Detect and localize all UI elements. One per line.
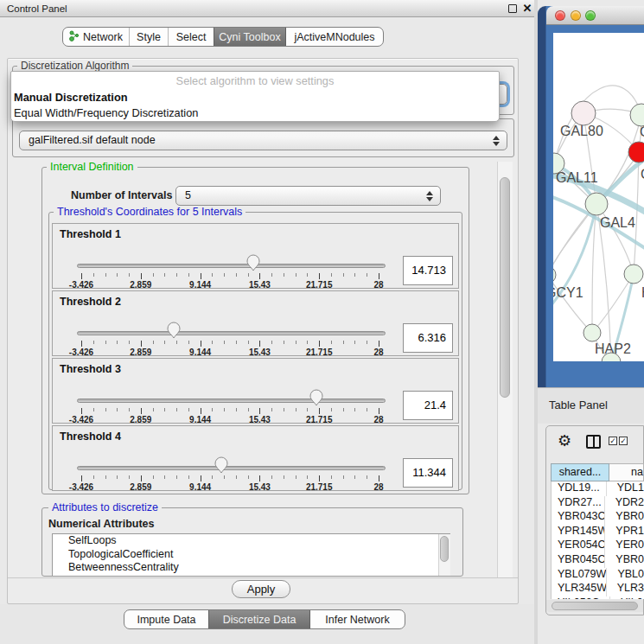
attribute-list-item[interactable]: BetweennessCentrality [53, 561, 450, 575]
slider-minor-tick [188, 273, 189, 277]
mac-zoom-icon[interactable] [585, 10, 596, 21]
table-row[interactable]: YER054CYER0 [552, 539, 644, 553]
slider-track[interactable] [77, 264, 386, 268]
tab-cyni-toolbox[interactable]: Cyni Toolbox [214, 28, 285, 46]
slider-thumb[interactable] [167, 322, 181, 339]
slider-thumb[interactable] [246, 254, 260, 271]
slider-tick-label: 9.144 [182, 348, 220, 357]
network-edge[interactable] [553, 275, 592, 333]
table-row[interactable]: YDL19...YDL1 [552, 481, 644, 496]
column-header-shared[interactable]: shared... [551, 463, 609, 481]
table-body[interactable]: YDL19...YDL1YDR27...YDR2YBR043CYBR0YPR14… [551, 481, 644, 599]
numerical-attributes-list[interactable]: SelfLoopsTopologicalCoefficientBetweenne… [52, 533, 450, 577]
table-row[interactable]: YBL079WYBL0 [552, 568, 644, 583]
slider-major-tick [141, 341, 142, 347]
threshold-value-field[interactable]: 14.713 [403, 256, 453, 285]
mac-close-icon[interactable] [555, 10, 565, 21]
slider-tick-label: 28 [360, 280, 398, 290]
tab-label: Discretize Data [223, 614, 296, 626]
panel-scrollbar-thumb[interactable] [500, 177, 510, 398]
table-row[interactable]: YPR145WYPR1 [552, 525, 644, 539]
table-row[interactable]: YIL052CYIL0 [552, 596, 644, 599]
slider-minor-tick [236, 475, 237, 479]
table-hscrollbar-thumb[interactable] [552, 602, 638, 610]
slider-track[interactable] [77, 466, 386, 470]
gear-icon[interactable]: ⚙ [558, 432, 571, 450]
slider-tick-label: 15.43 [240, 482, 278, 492]
slider-minor-tick [117, 273, 118, 277]
tab-select[interactable]: Select [168, 28, 214, 46]
network-node[interactable] [585, 193, 608, 215]
split-columns-icon[interactable] [586, 435, 601, 449]
network-canvas[interactable]: GAL80GACGAL11GAL4GCY1HHAP2 [553, 33, 644, 361]
tab-style[interactable]: Style [129, 28, 168, 46]
dropdown-placeholder-item[interactable]: Select algorithm to view settings [11, 73, 499, 90]
slider-major-tick [379, 408, 379, 414]
slider-minor-tick [153, 475, 154, 479]
slider-major-tick [81, 273, 82, 279]
slider-track[interactable] [77, 331, 386, 335]
dropdown-option[interactable]: Manual Discretization [11, 90, 499, 106]
number-of-intervals-combobox[interactable]: 5 [175, 186, 441, 206]
threshold-row: Threshold 3-3.4262.8599.14415.4321.71528… [52, 358, 459, 424]
checkbox-icon[interactable]: ✓ [619, 437, 628, 445]
slider-thumb[interactable] [214, 456, 228, 474]
slider-track[interactable] [77, 399, 386, 403]
slider-thumb[interactable] [309, 389, 323, 406]
mac-minimize-icon[interactable] [571, 10, 581, 21]
table-row[interactable]: YLR345WYLR3 [552, 582, 644, 596]
network-window-titlebar[interactable] [546, 6, 644, 25]
table-row[interactable]: YBR043CYBR0 [552, 510, 644, 525]
attribute-list-item[interactable]: TopologicalCoefficient [53, 548, 450, 562]
attributes-scrollbar-thumb[interactable] [440, 536, 449, 562]
slider-minor-tick [105, 273, 106, 277]
slider-tick-label: 9.144 [182, 482, 220, 492]
network-node[interactable] [630, 104, 644, 126]
close-icon[interactable]: ✕ [520, 0, 534, 16]
threshold-value-field[interactable]: 21.4 [403, 391, 453, 420]
network-node-label: GAL11 [556, 170, 598, 185]
network-node-label: GAL80 [560, 124, 603, 138]
slider-tick-label: 28 [360, 415, 398, 424]
slider-tick-label: 9.144 [182, 280, 220, 290]
slider-minor-tick [354, 273, 355, 277]
threshold-value-field[interactable]: 6.316 [403, 323, 453, 353]
table-data-combobox[interactable]: galFiltered.sif default node [19, 131, 507, 150]
apply-button[interactable]: Apply [232, 580, 290, 598]
dropdown-option[interactable]: Equal Width/Frequency Discretization [11, 105, 499, 122]
tab-infer-network[interactable]: Infer Network [309, 610, 405, 628]
slider-major-tick [81, 408, 82, 414]
network-node[interactable] [553, 266, 556, 284]
column-header-name[interactable]: na [609, 463, 644, 481]
tab-jactivemnodules[interactable]: jActiveMNodules [285, 28, 383, 46]
interval-definition-title: Interval Definition [47, 162, 137, 173]
thresholds-group-title: Threshold's Coordinates for 5 Intervals [54, 207, 245, 218]
tab-network[interactable]: Network [63, 28, 129, 46]
attribute-list-item[interactable]: SelfLoops [53, 534, 450, 548]
slider-minor-tick [284, 341, 284, 344]
table-row[interactable]: YBR045CYBR0 [552, 553, 644, 568]
network-node[interactable] [583, 324, 601, 341]
network-node[interactable] [624, 265, 643, 284]
slider-minor-tick [271, 475, 272, 479]
network-node[interactable] [628, 142, 644, 163]
table-row[interactable]: YDR27...YDR2 [552, 496, 644, 511]
tab-impute-data[interactable]: Impute Data [124, 610, 208, 628]
checkbox-icon[interactable]: ✓ [609, 437, 617, 445]
slider-minor-tick [296, 273, 296, 277]
slider-minor-tick [307, 475, 308, 479]
slider-major-tick [259, 341, 260, 347]
slider-minor-tick [188, 341, 189, 344]
table-data-combobox-value: galFiltered.sif default node [29, 134, 156, 146]
tab-label: Select [176, 31, 207, 43]
slider-minor-tick [117, 475, 118, 479]
network-node-label: GCY1 [553, 285, 583, 300]
network-node[interactable] [571, 101, 596, 125]
slider-minor-tick [248, 475, 249, 479]
slider-minor-tick [212, 341, 213, 344]
tab-discretize-data[interactable]: Discretize Data [208, 610, 309, 628]
slider-minor-tick [331, 273, 332, 277]
float-window-icon[interactable] [508, 4, 517, 13]
network-edge[interactable] [634, 152, 639, 274]
threshold-value-field[interactable]: 11.344 [403, 458, 453, 488]
